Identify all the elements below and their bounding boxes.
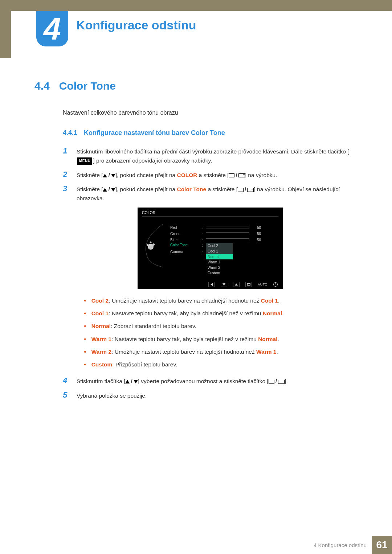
text: : Nastavte teplotu barvy tak, aby byla t… [111,336,258,342]
text: ], pokud chcete přejít na [115,172,177,178]
bullet-warm1: ●Warm 1: Nastavte teplotu barvy tak, aby… [84,335,358,343]
section-title: Color Tone [59,80,116,92]
text: . [278,336,279,342]
bullet-dot-icon: ● [84,335,86,343]
step-number: 5 [63,390,70,400]
step-number: 4 [63,376,70,385]
bullet-dot-icon: ● [84,309,86,317]
step-text: Stiskněte [/], pokud chcete přejít na CO… [77,171,358,180]
osd-body: Red: 50 Green: 50 Blue: 50 Color Tone: [170,225,278,255]
slash-icon: / [131,377,132,386]
triangle-up-icon [125,380,130,383]
keyword: Cool 2 [91,297,109,304]
osd-row-green: Green: 50 [170,231,278,237]
text: ] pro zobrazení odpovídající obrazovky n… [93,157,212,164]
keyword: Cool 1 [91,310,109,316]
bullet-dot-icon: ● [84,322,86,330]
page-content: 4.4 Color Tone Nastavení celkového barev… [34,80,358,405]
osd-option-selected: Normal [206,254,233,259]
svg-point-3 [150,241,152,243]
text: a stiskněte [ [206,186,238,192]
rect-button-icon [269,380,274,384]
osd-title: COLOR [142,210,278,217]
slash-icon: / [236,171,237,180]
triangle-down-icon [111,174,115,177]
bullet-normal: ●Normal: Zobrazí standardní teplotu bare… [84,322,358,330]
osd-nav-down-icon [221,282,227,287]
osd-label: Color Tone [170,243,202,247]
step-text: Stiskněte [/], pokud chcete přejít na Co… [77,185,358,203]
osd-option: Cool 1 [206,249,233,254]
text: ] na výrobku. [245,172,277,178]
text: ]. [285,378,288,384]
triangle-down-icon [111,188,115,192]
keyword: Color Tone [177,186,206,192]
osd-option: Custom [206,270,233,276]
osd-option: Warm 2 [206,265,233,270]
step-1: 1 Stisknutím libovolného tlačítka na pře… [63,146,358,165]
osd-row-colortone: Color Tone: Cool 2 Cool 1 Normal Warm 1 … [170,243,278,276]
osd-auto-label: AUTO [258,283,268,286]
osd-slider [206,238,249,241]
text: Stisknutím libovolného tlačítka na předn… [77,148,349,155]
keyword: Warm 2 [91,349,111,355]
step-2: 2 Stiskněte [/], pokud chcete přejít na … [63,170,358,180]
osd-label: Blue [170,238,202,242]
slash-icon: / [108,185,110,194]
section-intro: Nastavení celkového barevného tónu obraz… [63,110,358,116]
text: : Umožňuje nastavit teplotu barev na tep… [111,349,256,355]
menu-chip-icon: MENU [77,157,92,165]
bullet-dot-icon: ● [84,360,86,369]
text: . [282,310,283,316]
rect-button-icon [238,188,244,192]
keyword: Warm 1 [91,336,111,342]
osd-dropdown: Cool 2 Cool 1 Normal Warm 1 Warm 2 Custo… [206,243,233,276]
keyword: Normal [258,336,277,342]
osd-nav-up-icon [233,282,240,287]
step-text: Vybraná položka se použije. [77,391,358,401]
bullet-custom: ●Custom: Přizpůsobí teplotu barev. [84,360,358,369]
osd-slider [206,226,249,229]
section-number: 4.4 [34,80,50,92]
osd-power-icon [273,282,278,287]
text: ], pokud chcete přejít na [115,186,177,192]
osd-screenshot: COLOR Red: 50 Green: 50 [138,208,283,289]
text: : Umožňuje nastavit teplotu barev na chl… [109,297,261,304]
keyword: Cool 1 [261,297,278,304]
keyword: Custom [91,361,113,368]
osd-label: Red [170,226,202,230]
enter-button-icon [278,380,285,384]
step-text: Stisknutím libovolného tlačítka na předn… [77,147,358,165]
osd-option: Cool 2 [206,243,233,249]
bullet-dot-icon: ● [84,296,86,305]
enter-button-icon [247,188,254,192]
text: ] vyberte požadovanou možnost a stisknět… [138,378,269,384]
enter-button-icon [238,173,245,177]
osd-nav-left-icon [208,282,215,287]
keyword: Normal [91,323,111,329]
osd-curve-decor [143,224,164,268]
text: . [278,297,279,304]
footer-text: 4 Konfigurace odstínu [314,542,367,548]
section-heading: 4.4 Color Tone [34,80,358,92]
osd-option: Warm 1 [206,259,233,265]
osd-slider [206,232,249,235]
text: : Zobrazí standardní teplotu barev. [111,323,196,329]
osd-row-red: Red: 50 [170,225,278,231]
osd-label: Gamma [170,250,202,254]
option-bullets: ●Cool 2: Umožňuje nastavit teplotu barev… [84,296,358,369]
keyword: COLOR [177,172,197,178]
osd-nav-enter-icon [245,282,252,287]
subsection-heading: 4.4.1 Konfigurace nastavení tónu barev C… [63,129,358,137]
slash-icon: / [108,171,110,180]
step-number: 2 [63,170,70,179]
step-number: 3 [63,184,70,193]
subsection-number: 4.4.1 [63,129,77,137]
bullet-dot-icon: ● [84,348,86,356]
page-number-badge: 61 [372,536,392,554]
triangle-up-icon [103,188,107,192]
osd-label: Green [170,232,202,236]
slash-icon: / [275,377,277,386]
rect-button-icon [229,173,234,177]
page-footer: 4 Konfigurace odstínu 61 [0,536,392,554]
